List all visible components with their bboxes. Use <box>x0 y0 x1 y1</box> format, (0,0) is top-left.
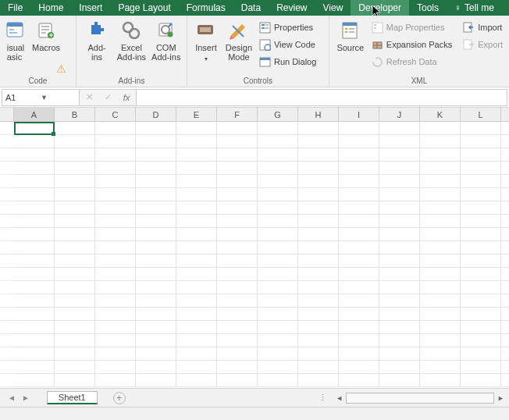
cell[interactable] <box>95 228 136 241</box>
cell[interactable] <box>298 201 339 215</box>
cell[interactable] <box>14 334 55 347</box>
cell[interactable] <box>501 374 509 387</box>
cell[interactable] <box>136 334 176 347</box>
cell[interactable] <box>217 215 258 228</box>
sheet-tab[interactable]: Sheet1 <box>47 391 98 404</box>
scroll-grip-icon[interactable]: ⋮ <box>314 393 333 403</box>
cell[interactable] <box>258 122 298 135</box>
cell[interactable] <box>501 321 509 334</box>
cell[interactable] <box>420 215 461 228</box>
cell[interactable] <box>136 347 176 361</box>
cell[interactable] <box>501 148 509 162</box>
name-box[interactable]: A1 ▼ <box>2 89 80 106</box>
cell[interactable] <box>14 361 55 374</box>
cell[interactable] <box>420 361 461 374</box>
row-header[interactable] <box>0 374 14 387</box>
cell[interactable] <box>55 361 95 374</box>
row-header[interactable] <box>0 268 14 281</box>
cell[interactable] <box>176 162 217 175</box>
cell[interactable] <box>420 175 461 188</box>
row-header[interactable] <box>0 188 14 201</box>
cell[interactable] <box>298 215 339 228</box>
cell[interactable] <box>339 321 379 334</box>
cell[interactable] <box>14 281 55 294</box>
row-header[interactable] <box>0 241 14 254</box>
cell[interactable] <box>298 188 339 201</box>
row-header[interactable] <box>0 201 14 215</box>
cell[interactable] <box>461 148 501 162</box>
cell[interactable] <box>136 361 176 374</box>
cell[interactable] <box>14 162 55 175</box>
cell[interactable] <box>14 228 55 241</box>
cell[interactable] <box>461 268 501 281</box>
cells-area[interactable] <box>14 122 509 387</box>
cell[interactable] <box>298 268 339 281</box>
cell[interactable] <box>258 347 298 361</box>
cell[interactable] <box>176 268 217 281</box>
cell[interactable] <box>501 334 509 347</box>
cell[interactable] <box>379 334 420 347</box>
cell[interactable] <box>95 347 136 361</box>
cell[interactable] <box>420 334 461 347</box>
cell[interactable] <box>55 374 95 387</box>
cell[interactable] <box>379 308 420 321</box>
cell[interactable] <box>298 162 339 175</box>
cell[interactable] <box>95 268 136 281</box>
cell[interactable] <box>14 201 55 215</box>
cell[interactable] <box>55 254 95 268</box>
column-header[interactable]: F <box>217 108 258 122</box>
run-dialog-button[interactable]: Run Dialog <box>256 53 319 70</box>
cell[interactable] <box>14 241 55 254</box>
cell[interactable] <box>501 254 509 268</box>
cell[interactable] <box>501 361 509 374</box>
expansion-packs-button[interactable]: Expansion Packs <box>368 36 455 53</box>
cell[interactable] <box>339 162 379 175</box>
cell[interactable] <box>176 361 217 374</box>
tab-view[interactable]: View <box>315 0 351 16</box>
cell[interactable] <box>217 361 258 374</box>
cell[interactable] <box>298 122 339 135</box>
row-header[interactable] <box>0 281 14 294</box>
column-header[interactable]: H <box>298 108 339 122</box>
cell[interactable] <box>136 241 176 254</box>
cell[interactable] <box>136 215 176 228</box>
column-header[interactable]: M <box>501 108 509 122</box>
cell[interactable] <box>461 162 501 175</box>
cancel-icon[interactable]: ✕ <box>80 92 98 102</box>
cell[interactable] <box>258 321 298 334</box>
cell[interactable] <box>176 148 217 162</box>
cell[interactable] <box>501 215 509 228</box>
cell[interactable] <box>217 308 258 321</box>
cell[interactable] <box>55 188 95 201</box>
tab-data[interactable]: Data <box>233 0 269 16</box>
row-header[interactable] <box>0 334 14 347</box>
cell[interactable] <box>95 321 136 334</box>
cell[interactable] <box>258 215 298 228</box>
cell[interactable] <box>136 321 176 334</box>
cell[interactable] <box>461 361 501 374</box>
cell[interactable] <box>95 254 136 268</box>
cell[interactable] <box>136 175 176 188</box>
cell[interactable] <box>258 148 298 162</box>
cell[interactable] <box>217 281 258 294</box>
cell[interactable] <box>176 308 217 321</box>
cell[interactable] <box>136 148 176 162</box>
tab-insert[interactable]: Insert <box>71 0 110 16</box>
cell[interactable] <box>217 228 258 241</box>
cell[interactable] <box>298 148 339 162</box>
column-header[interactable]: E <box>176 108 217 122</box>
cell[interactable] <box>461 175 501 188</box>
cell[interactable] <box>258 188 298 201</box>
cell[interactable] <box>136 122 176 135</box>
cell[interactable] <box>176 374 217 387</box>
column-header[interactable]: B <box>55 108 95 122</box>
cell[interactable] <box>461 228 501 241</box>
cell[interactable] <box>14 308 55 321</box>
row-header[interactable] <box>0 347 14 361</box>
cell[interactable] <box>176 228 217 241</box>
cell[interactable] <box>420 201 461 215</box>
cell[interactable] <box>14 374 55 387</box>
cell[interactable] <box>217 188 258 201</box>
cell[interactable] <box>461 294 501 308</box>
cell[interactable] <box>258 201 298 215</box>
